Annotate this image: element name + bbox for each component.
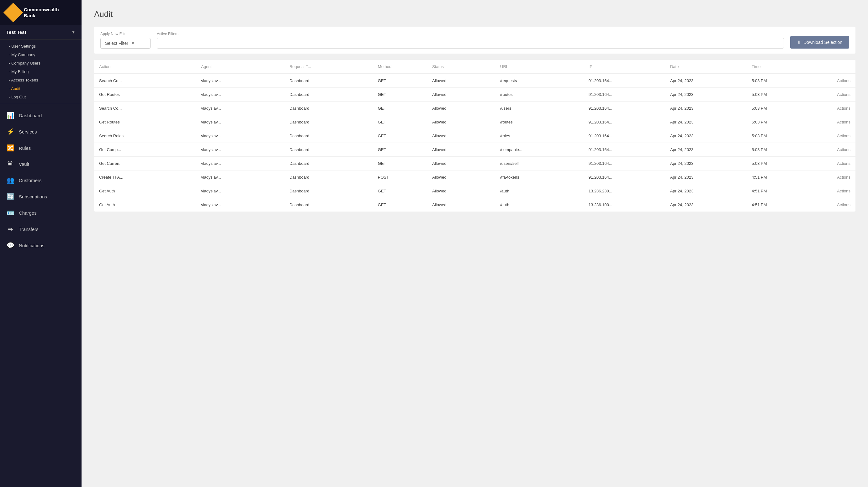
sidebar-submenu-item[interactable]: - Audit bbox=[0, 84, 82, 93]
nav-label: Dashboard bbox=[19, 113, 42, 118]
cell-method: GET bbox=[373, 74, 427, 88]
table-body: Search Co... vladyslav... Dashboard GET … bbox=[94, 74, 856, 212]
user-menu[interactable]: Test Test ▼ bbox=[0, 25, 82, 39]
sidebar: CommonwealthBank Test Test ▼ - User Sett… bbox=[0, 0, 82, 487]
sidebar-nav-item-transfers[interactable]: ➡ Transfers bbox=[0, 221, 82, 237]
cell-action: Get Auth bbox=[94, 184, 196, 198]
col-header-status: Status bbox=[427, 60, 495, 74]
table-header: Action Agent Request T... Method Status … bbox=[94, 60, 856, 74]
filter-bar: Apply New Filter Select Filter ▼ Active … bbox=[94, 27, 856, 54]
actions-link[interactable]: Actions bbox=[837, 161, 850, 166]
actions-link[interactable]: Actions bbox=[837, 133, 850, 138]
cell-time: 4:51 PM bbox=[747, 198, 801, 212]
actions-link[interactable]: Actions bbox=[837, 147, 850, 152]
cell-agent: vladyslav... bbox=[196, 143, 284, 157]
sidebar-submenu-item[interactable]: - Log Out bbox=[0, 93, 82, 101]
cell-action: Create TFA... bbox=[94, 170, 196, 184]
sidebar-submenu-item[interactable]: - My Billing bbox=[0, 67, 82, 76]
cell-ip: 13.236.230... bbox=[584, 184, 665, 198]
nav-icon: 🪪 bbox=[6, 209, 14, 217]
cell-time: 4:51 PM bbox=[747, 184, 801, 198]
cell-method: GET bbox=[373, 198, 427, 212]
select-filter-text: Select Filter bbox=[105, 41, 128, 46]
nav-icon: 🔄 bbox=[6, 193, 14, 200]
cell-time: 5:03 PM bbox=[747, 115, 801, 129]
cell-actions: Actions bbox=[801, 115, 856, 129]
cell-date: Apr 24, 2023 bbox=[665, 143, 747, 157]
sidebar-submenu-item[interactable]: - Company Users bbox=[0, 59, 82, 67]
logo-diamond bbox=[3, 3, 23, 22]
cell-action: Get Curren... bbox=[94, 157, 196, 170]
sidebar-nav-item-subscriptions[interactable]: 🔄 Subscriptions bbox=[0, 188, 82, 205]
cell-status: Allowed bbox=[427, 115, 495, 129]
actions-link[interactable]: Actions bbox=[837, 120, 850, 124]
cell-uri: /companie... bbox=[495, 143, 584, 157]
cell-agent: vladyslav... bbox=[196, 115, 284, 129]
sidebar-nav-item-dashboard[interactable]: 📊 Dashboard bbox=[0, 107, 82, 124]
actions-link[interactable]: Actions bbox=[837, 78, 850, 83]
cell-action: Search Co... bbox=[94, 101, 196, 115]
col-header-ip: IP bbox=[584, 60, 665, 74]
select-filter-dropdown[interactable]: Select Filter ▼ bbox=[100, 38, 151, 48]
cell-ip: 91.203.164... bbox=[584, 115, 665, 129]
cell-time: 4:51 PM bbox=[747, 170, 801, 184]
table-row: Search Co... vladyslav... Dashboard GET … bbox=[94, 101, 856, 115]
cell-date: Apr 24, 2023 bbox=[665, 184, 747, 198]
table-header-row: Action Agent Request T... Method Status … bbox=[94, 60, 856, 74]
actions-link[interactable]: Actions bbox=[837, 92, 850, 97]
cell-actions: Actions bbox=[801, 74, 856, 88]
cell-action: Get Routes bbox=[94, 115, 196, 129]
cell-ip: 91.203.164... bbox=[584, 143, 665, 157]
cell-action: Get Comp... bbox=[94, 143, 196, 157]
actions-link[interactable]: Actions bbox=[837, 106, 850, 110]
sidebar-nav-item-rules[interactable]: 🔀 Rules bbox=[0, 140, 82, 156]
cell-ip: 91.203.164... bbox=[584, 74, 665, 88]
nav-label: Rules bbox=[19, 145, 31, 151]
cell-status: Allowed bbox=[427, 184, 495, 198]
cell-date: Apr 24, 2023 bbox=[665, 157, 747, 170]
cell-agent: vladyslav... bbox=[196, 74, 284, 88]
col-header-agent: Agent bbox=[196, 60, 284, 74]
nav-label: Notifications bbox=[19, 243, 44, 248]
sidebar-submenu-item[interactable]: - My Company bbox=[0, 51, 82, 59]
table-row: Create TFA... vladyslav... Dashboard POS… bbox=[94, 170, 856, 184]
cell-status: Allowed bbox=[427, 74, 495, 88]
active-filters-input[interactable] bbox=[157, 38, 784, 48]
user-name: Test Test bbox=[6, 29, 26, 35]
table-row: Get Comp... vladyslav... Dashboard GET A… bbox=[94, 143, 856, 157]
cell-request-type: Dashboard bbox=[284, 88, 373, 101]
sidebar-nav-item-notifications[interactable]: 💬 Notifications bbox=[0, 237, 82, 254]
sidebar-nav-item-services[interactable]: ⚡ Services bbox=[0, 124, 82, 140]
active-filters-label: Active Filters bbox=[157, 32, 784, 36]
cell-actions: Actions bbox=[801, 143, 856, 157]
cell-time: 5:03 PM bbox=[747, 157, 801, 170]
logo: CommonwealthBank bbox=[0, 0, 82, 25]
cell-ip: 13.236.100... bbox=[584, 198, 665, 212]
sidebar-nav-item-charges[interactable]: 🪪 Charges bbox=[0, 205, 82, 221]
col-header-request-type: Request T... bbox=[284, 60, 373, 74]
sidebar-nav-item-customers[interactable]: 👥 Customers bbox=[0, 172, 82, 188]
actions-link[interactable]: Actions bbox=[837, 175, 850, 180]
sidebar-submenu-item[interactable]: - Access Tokens bbox=[0, 76, 82, 84]
nav-icon: 👥 bbox=[6, 176, 14, 184]
actions-link[interactable]: Actions bbox=[837, 202, 850, 207]
actions-link[interactable]: Actions bbox=[837, 189, 850, 193]
col-header-date: Date bbox=[665, 60, 747, 74]
sidebar-submenu-item[interactable]: - User Settings bbox=[0, 42, 82, 51]
cell-status: Allowed bbox=[427, 198, 495, 212]
sidebar-nav-item-vault[interactable]: 🏛 Vault bbox=[0, 156, 82, 172]
cell-uri: /auth bbox=[495, 198, 584, 212]
cell-actions: Actions bbox=[801, 129, 856, 143]
table-row: Get Routes vladyslav... Dashboard GET Al… bbox=[94, 88, 856, 101]
apply-new-filter-label: Apply New Filter bbox=[100, 32, 151, 36]
col-header-time: Time bbox=[747, 60, 801, 74]
cell-method: GET bbox=[373, 88, 427, 101]
cell-agent: vladyslav... bbox=[196, 129, 284, 143]
cell-method: GET bbox=[373, 101, 427, 115]
cell-status: Allowed bbox=[427, 129, 495, 143]
cell-uri: /requests bbox=[495, 74, 584, 88]
main-nav: 📊 Dashboard ⚡ Services 🔀 Rules 🏛 Vault 👥… bbox=[0, 104, 82, 487]
download-selection-button[interactable]: ⬇ Download Selection bbox=[790, 36, 849, 48]
cell-date: Apr 24, 2023 bbox=[665, 129, 747, 143]
nav-label: Vault bbox=[19, 161, 29, 167]
